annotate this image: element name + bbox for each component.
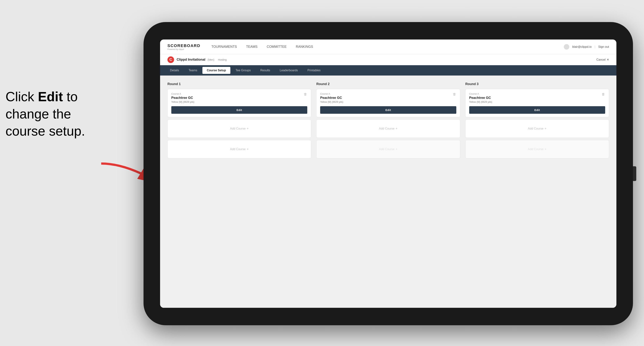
main-nav: TOURNAMENTS TEAMS COMMITTEE RANKINGS	[212, 44, 564, 49]
round-2-label: Round 2	[316, 82, 460, 86]
round-2-course-details: Yellow (M) (6629 yds)	[320, 101, 456, 103]
event-logo-icon: C	[168, 56, 174, 63]
tab-course-setup[interactable]: Course Setup	[202, 67, 230, 74]
plus-icon-r2b: +	[396, 147, 398, 151]
round-2-delete-icon[interactable]: 🗑	[452, 92, 457, 97]
cancel-button[interactable]: Cancel ✕	[596, 58, 609, 61]
event-bar: C Clippd Invitational (Men) Hosting Canc…	[160, 54, 616, 65]
plus-icon-r2: +	[396, 127, 398, 131]
round-2-column: Round 2 🗑 Course A Peachtree GC Yellow (…	[316, 82, 460, 161]
tablet-side-button	[633, 166, 636, 181]
tab-details[interactable]: Details	[166, 67, 184, 74]
nav-teams[interactable]: TEAMS	[246, 44, 258, 49]
round-1-course-details: Yellow (M) (6629 yds)	[171, 101, 307, 103]
round-3-course-name: Peachtree GC	[469, 96, 605, 100]
logo-sub-text: Powered by clippd	[168, 48, 200, 50]
user-email: blair@clippd.io	[572, 45, 592, 48]
round-1-course-label: Course A	[171, 92, 307, 95]
nav-tournaments[interactable]: TOURNAMENTS	[212, 44, 237, 49]
plus-icon-r3: +	[544, 127, 546, 131]
round-1-add-course-2[interactable]: Add Course +	[168, 140, 311, 158]
sub-nav: Details Teams Course Setup Tee Groups Re…	[160, 65, 616, 76]
tablet-frame: SCOREBOARD Powered by clippd TOURNAMENTS…	[144, 22, 633, 325]
round-3-course-label: Course A	[469, 92, 605, 95]
round-1-add-course-1[interactable]: Add Course +	[168, 119, 311, 138]
instruction-text: Click Edit tochange thecourse setup.	[6, 88, 85, 140]
round-2-course-card: 🗑 Course A Peachtree GC Yellow (M) (6629…	[316, 89, 460, 117]
round-1-column: Round 1 🗑 Course A Peachtree GC Yellow (…	[168, 82, 311, 161]
main-content: Round 1 🗑 Course A Peachtree GC Yellow (…	[160, 76, 616, 308]
plus-icon-2: +	[247, 147, 249, 151]
tab-results[interactable]: Results	[256, 67, 274, 74]
round-1-label: Round 1	[168, 82, 311, 86]
sign-out-link[interactable]: Sign out	[598, 45, 609, 48]
round-3-add-course-1[interactable]: Add Course +	[465, 119, 609, 138]
tab-tee-groups[interactable]: Tee Groups	[231, 67, 255, 74]
nav-committee[interactable]: COMMITTEE	[267, 44, 287, 49]
rounds-container: Round 1 🗑 Course A Peachtree GC Yellow (…	[168, 82, 609, 161]
round-3-edit-button[interactable]: Edit	[469, 106, 605, 114]
round-3-course-details: Yellow (M) (6629 yds)	[469, 101, 605, 103]
event-gender: (Men)	[208, 58, 214, 61]
user-avatar-icon	[564, 44, 569, 50]
event-status: Hosting	[218, 58, 227, 61]
nav-rankings[interactable]: RANKINGS	[296, 44, 313, 49]
plus-icon-r3b: +	[544, 147, 546, 151]
round-3-add-course-2: Add Course +	[465, 140, 609, 158]
close-icon: ✕	[607, 58, 609, 61]
nav-user-area: blair@clippd.io | Sign out	[564, 44, 609, 50]
round-2-add-course-2: Add Course +	[316, 140, 460, 158]
instruction-bold: Edit	[38, 89, 63, 104]
app-logo: SCOREBOARD Powered by clippd	[168, 43, 200, 50]
add-course-label-r3b: Add Course	[528, 148, 544, 151]
round-1-edit-button[interactable]: Edit	[171, 106, 307, 114]
round-2-course-label: Course A	[320, 92, 456, 95]
add-course-label-r2b: Add Course	[379, 148, 394, 151]
event-name: Clippd Invitational	[177, 58, 205, 62]
tab-printables[interactable]: Printables	[303, 67, 325, 74]
round-3-label: Round 3	[465, 82, 609, 86]
tablet-screen: SCOREBOARD Powered by clippd TOURNAMENTS…	[160, 39, 616, 308]
add-course-label-2: Add Course	[230, 148, 246, 151]
round-1-delete-icon[interactable]: 🗑	[303, 92, 308, 97]
round-1-course-name: Peachtree GC	[171, 96, 307, 100]
round-3-course-card: 🗑 Course A Peachtree GC Yellow (M) (6629…	[465, 89, 609, 117]
round-2-course-name: Peachtree GC	[320, 96, 456, 100]
top-nav: SCOREBOARD Powered by clippd TOURNAMENTS…	[160, 39, 616, 54]
round-2-add-course-1[interactable]: Add Course +	[316, 119, 460, 138]
round-1-course-card: 🗑 Course A Peachtree GC Yellow (M) (6629…	[168, 89, 311, 117]
round-2-edit-button[interactable]: Edit	[320, 106, 456, 114]
tab-leaderboards[interactable]: Leaderboards	[275, 67, 302, 74]
add-course-label: Add Course	[230, 127, 246, 130]
add-course-label-r3: Add Course	[528, 127, 544, 130]
round-3-column: Round 3 🗑 Course A Peachtree GC Yellow (…	[465, 82, 609, 161]
round-3-delete-icon[interactable]: 🗑	[601, 92, 606, 97]
plus-icon: +	[247, 127, 249, 131]
tab-teams[interactable]: Teams	[184, 67, 202, 74]
add-course-label-r2: Add Course	[379, 127, 394, 130]
logo-main-text: SCOREBOARD	[168, 43, 200, 48]
